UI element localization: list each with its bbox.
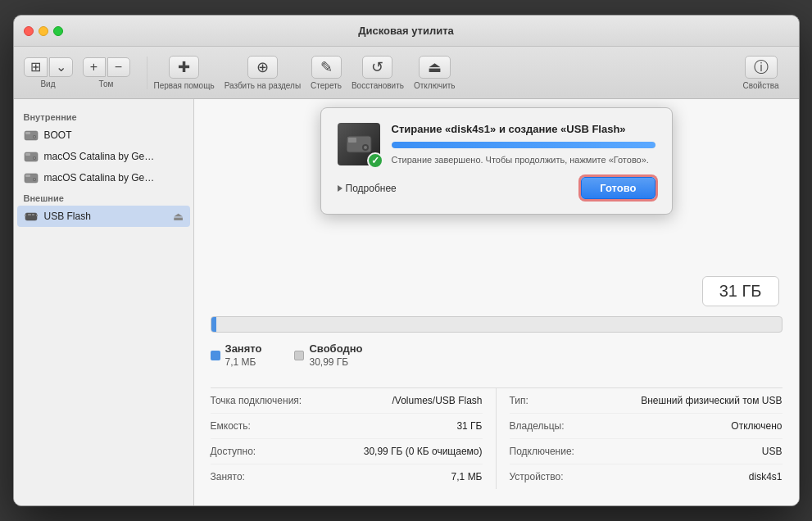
info-group: ⓘ Свойства: [743, 56, 779, 90]
main-window: Дисковая утилита ⊞ ⌄ Вид + − Том ✚ Перва…: [13, 15, 800, 506]
erase-label: Стереть: [311, 81, 342, 90]
modal-header: ✓ Стирание «disk4s1» и создание «USB Fla…: [338, 123, 655, 165]
check-icon: ✓: [367, 152, 383, 169]
sidebar-item-macos2[interactable]: macOS Catalina by Ge…: [14, 167, 193, 188]
sidebar-item-usb[interactable]: USB Flash ⏏: [17, 206, 190, 227]
svg-rect-5: [25, 153, 30, 156]
done-button[interactable]: Готово: [581, 177, 655, 199]
sidebar-item-macos1-label: macOS Catalina by Ge…: [44, 151, 155, 162]
triangle-icon: [338, 185, 342, 192]
sidebar: Внутренние BOOT macOS Catalina by Ge…: [14, 99, 194, 505]
erase-button[interactable]: ✎: [311, 56, 342, 79]
svg-rect-12: [25, 213, 37, 220]
modal-footer: Подробнее Готово: [338, 177, 655, 199]
toolbar-sep-1: [147, 57, 147, 89]
svg-rect-9: [25, 174, 30, 177]
sidebar-item-boot-label: BOOT: [44, 129, 72, 141]
right-pane: ✓ Стирание «disk4s1» и создание «USB Fla…: [194, 99, 799, 505]
restore-button[interactable]: ↺: [362, 56, 392, 79]
sidebar-item-usb-label: USB Flash: [44, 211, 91, 222]
close-button[interactable]: [24, 26, 34, 36]
svg-rect-18: [348, 138, 356, 143]
sidebar-item-macos2-label: macOS Catalina by Ge…: [44, 172, 155, 183]
remove-button[interactable]: −: [107, 57, 130, 77]
erase-group: ✎ Стереть: [311, 56, 342, 90]
partition-button[interactable]: ⊕: [247, 56, 278, 79]
firstaid-button[interactable]: ✚: [169, 56, 199, 79]
view-label: Вид: [40, 79, 55, 88]
svg-rect-16: [32, 214, 34, 215]
maximize-button[interactable]: [53, 26, 63, 36]
unmount-button[interactable]: ⏏: [419, 56, 451, 79]
partition-label: Разбить на разделы: [225, 81, 301, 90]
volume-label: Том: [99, 79, 114, 88]
modal-title: Стирание «disk4s1» и создание «USB Flash…: [392, 123, 655, 135]
details-toggle[interactable]: Подробнее: [338, 183, 397, 194]
svg-point-20: [364, 146, 367, 149]
progress-bar-bg: [392, 142, 655, 148]
firstaid-label: Первая помощь: [154, 81, 215, 90]
disk-icon: [24, 128, 39, 143]
volume-group: + − Том: [83, 57, 130, 88]
restore-group: ↺ Восстановить: [352, 56, 404, 90]
modal-box: ✓ Стирание «disk4s1» и создание «USB Fla…: [320, 107, 673, 215]
minimize-button[interactable]: [39, 26, 48, 36]
disk-svg-icon: [346, 133, 372, 156]
modal-disk-icon-container: ✓: [338, 123, 380, 165]
info-label: Свойства: [743, 81, 779, 90]
restore-label: Восстановить: [352, 81, 404, 90]
partition-group: ⊕ Разбить на разделы: [225, 56, 301, 90]
view-toggle-button[interactable]: ⌄: [49, 57, 73, 77]
traffic-lights: [24, 26, 63, 36]
toolbar: ⊞ ⌄ Вид + − Том ✚ Первая помощь ⊕ Разбит…: [14, 47, 799, 99]
eject-icon[interactable]: ⏏: [173, 210, 184, 223]
svg-rect-14: [36, 215, 38, 216]
svg-point-11: [34, 179, 35, 180]
unmount-group: ⏏ Отключить: [414, 56, 456, 90]
main-content: Внутренние BOOT macOS Catalina by Ge…: [14, 99, 799, 505]
window-title: Дисковая утилита: [358, 25, 454, 37]
sidebar-item-boot[interactable]: BOOT: [14, 125, 193, 146]
firstaid-group: ✚ Первая помощь: [154, 56, 215, 90]
modal-overlay: ✓ Стирание «disk4s1» и создание «USB Fla…: [194, 99, 799, 505]
disk-icon-3: [24, 170, 39, 185]
view-button[interactable]: ⊞: [24, 57, 48, 77]
modal-subtitle: Стирание завершено. Чтобы продолжить, на…: [392, 155, 655, 165]
info-button[interactable]: ⓘ: [745, 56, 778, 79]
svg-point-3: [34, 136, 35, 138]
svg-point-7: [34, 157, 35, 159]
titlebar: Дисковая утилита: [14, 16, 799, 47]
external-section-label: Внешние: [14, 188, 193, 206]
sidebar-item-macos1[interactable]: macOS Catalina by Ge…: [14, 146, 193, 167]
view-group: ⊞ ⌄ Вид: [24, 57, 73, 88]
details-label: Подробнее: [346, 183, 397, 194]
svg-rect-15: [28, 214, 31, 215]
svg-rect-13: [25, 215, 26, 216]
unmount-label: Отключить: [414, 81, 456, 90]
usb-icon: [24, 209, 39, 224]
internal-section-label: Внутренние: [14, 107, 193, 125]
add-button[interactable]: +: [83, 57, 106, 77]
progress-bar-fill: [392, 142, 655, 148]
modal-right: Стирание «disk4s1» и создание «USB Flash…: [392, 123, 655, 165]
svg-rect-1: [25, 132, 30, 134]
disk-icon-2: [24, 149, 39, 164]
